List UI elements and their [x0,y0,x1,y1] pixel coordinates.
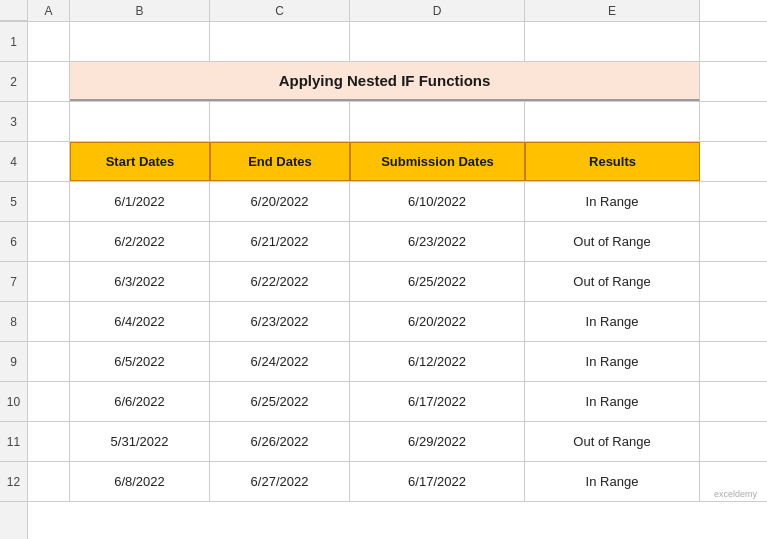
table-row: 5/31/2022 6/26/2022 6/29/2022 Out of Ran… [28,422,767,462]
col-header-b: B [70,0,210,21]
cell-10-start[interactable]: 6/6/2022 [70,382,210,421]
row-num-6: 6 [0,222,27,262]
header-results[interactable]: Results [525,142,700,181]
table-row: 6/1/2022 6/20/2022 6/10/2022 In Range [28,182,767,222]
cell-1-c[interactable] [210,22,350,61]
table-row [28,22,767,62]
grid-body: 1 2 3 4 5 6 7 8 9 10 11 12 [0,22,767,539]
cell-1-b[interactable] [70,22,210,61]
header-start-dates[interactable]: Start Dates [70,142,210,181]
cell-5-submission[interactable]: 6/10/2022 [350,182,525,221]
row-numbers: 1 2 3 4 5 6 7 8 9 10 11 12 [0,22,28,539]
cell-3-c[interactable] [210,102,350,141]
table-row: 6/6/2022 6/25/2022 6/17/2022 In Range [28,382,767,422]
row-num-1: 1 [0,22,27,62]
cell-12-submission[interactable]: 6/17/2022 [350,462,525,501]
cell-1-d[interactable] [350,22,525,61]
row-num-8: 8 [0,302,27,342]
header-submission-dates[interactable]: Submission Dates [350,142,525,181]
cell-6-submission[interactable]: 6/23/2022 [350,222,525,261]
cell-12-end[interactable]: 6/27/2022 [210,462,350,501]
cell-1-e[interactable] [525,22,700,61]
row-num-11: 11 [0,422,27,462]
col-header-c: C [210,0,350,21]
cell-2-a [28,62,70,101]
cell-5-a [28,182,70,221]
table-row: 6/3/2022 6/22/2022 6/25/2022 Out of Rang… [28,262,767,302]
cell-11-submission[interactable]: 6/29/2022 [350,422,525,461]
row-num-10: 10 [0,382,27,422]
cell-8-submission[interactable]: 6/20/2022 [350,302,525,341]
cell-5-result[interactable]: In Range [525,182,700,221]
cell-10-submission[interactable]: 6/17/2022 [350,382,525,421]
cell-8-result[interactable]: In Range [525,302,700,341]
cell-7-result[interactable]: Out of Range [525,262,700,301]
cell-10-result[interactable]: In Range [525,382,700,421]
cell-7-start[interactable]: 6/3/2022 [70,262,210,301]
col-header-a: A [28,0,70,21]
table-row: 6/5/2022 6/24/2022 6/12/2022 In Range [28,342,767,382]
cell-3-a [28,102,70,141]
cell-8-end[interactable]: 6/23/2022 [210,302,350,341]
column-headers: A B C D E [0,0,767,22]
row-num-7: 7 [0,262,27,302]
header-row: Start Dates End Dates Submission Dates R… [28,142,767,182]
col-header-e: E [525,0,700,21]
cell-12-a [28,462,70,501]
cell-4-a [28,142,70,181]
cell-11-a [28,422,70,461]
table-row: 6/8/2022 6/27/2022 6/17/2022 In Range ex… [28,462,767,502]
cell-3-d[interactable] [350,102,525,141]
cell-7-a [28,262,70,301]
header-end-dates[interactable]: End Dates [210,142,350,181]
table-row [28,102,767,142]
cells-area: Applying Nested IF Functions Start Dates… [28,22,767,539]
row-num-2: 2 [0,62,27,102]
col-header-d: D [350,0,525,21]
cell-9-submission[interactable]: 6/12/2022 [350,342,525,381]
table-row: 6/4/2022 6/23/2022 6/20/2022 In Range [28,302,767,342]
spreadsheet-title[interactable]: Applying Nested IF Functions [70,62,700,101]
cell-11-end[interactable]: 6/26/2022 [210,422,350,461]
cell-8-a [28,302,70,341]
cell-5-end[interactable]: 6/20/2022 [210,182,350,221]
cell-6-end[interactable]: 6/21/2022 [210,222,350,261]
row-num-5: 5 [0,182,27,222]
title-row: Applying Nested IF Functions [28,62,767,102]
cell-9-start[interactable]: 6/5/2022 [70,342,210,381]
cell-11-result[interactable]: Out of Range [525,422,700,461]
watermark-text: exceldemy [714,489,757,499]
cell-10-a [28,382,70,421]
cell-6-result[interactable]: Out of Range [525,222,700,261]
cell-5-start[interactable]: 6/1/2022 [70,182,210,221]
cell-9-end[interactable]: 6/24/2022 [210,342,350,381]
cell-6-start[interactable]: 6/2/2022 [70,222,210,261]
row-num-3: 3 [0,102,27,142]
cell-12-start[interactable]: 6/8/2022 [70,462,210,501]
table-row: 6/2/2022 6/21/2022 6/23/2022 Out of Rang… [28,222,767,262]
cell-9-result[interactable]: In Range [525,342,700,381]
cell-9-a [28,342,70,381]
row-num-4: 4 [0,142,27,182]
cell-12-result[interactable]: In Range [525,462,700,501]
cell-6-a [28,222,70,261]
spreadsheet: A B C D E 1 2 3 4 5 6 7 8 9 10 11 12 [0,0,767,539]
cell-8-start[interactable]: 6/4/2022 [70,302,210,341]
row-num-12: 12 [0,462,27,502]
corner-cell [0,0,28,21]
cell-10-end[interactable]: 6/25/2022 [210,382,350,421]
cell-3-e[interactable] [525,102,700,141]
cell-7-end[interactable]: 6/22/2022 [210,262,350,301]
cell-3-b[interactable] [70,102,210,141]
cell-1-a [28,22,70,61]
cell-7-submission[interactable]: 6/25/2022 [350,262,525,301]
cell-11-start[interactable]: 5/31/2022 [70,422,210,461]
row-num-9: 9 [0,342,27,382]
